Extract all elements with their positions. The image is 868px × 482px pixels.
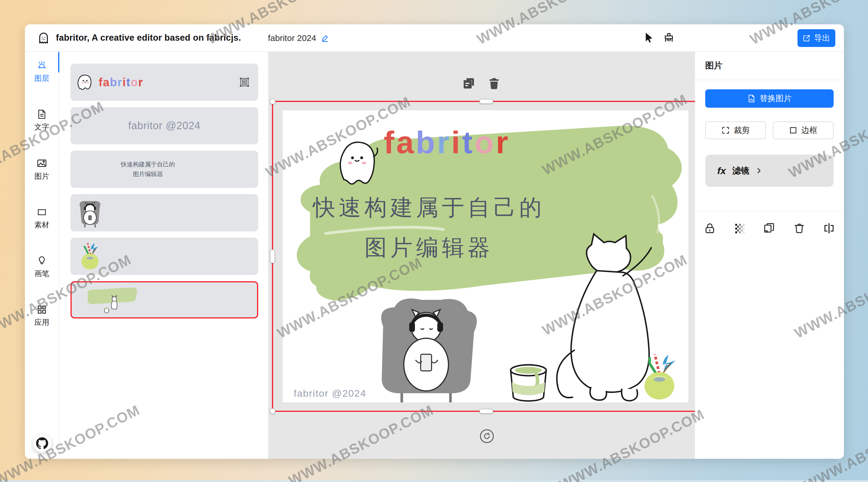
layer-item-smear-cat-selected[interactable]	[70, 281, 258, 318]
rotate-handle[interactable]	[480, 429, 494, 443]
document-name-text: fabritor 2024	[268, 33, 316, 43]
picture-icon	[36, 158, 47, 169]
selection-handle-mid-left[interactable]	[270, 250, 275, 263]
chevron-right-icon	[756, 167, 762, 174]
border-label: 边框	[802, 125, 817, 136]
layer-logo-content: fabritor	[70, 73, 143, 92]
layer-text-line1: 快速构建属于自己的	[88, 160, 208, 169]
sidebar-item-label: 文字	[34, 122, 49, 132]
layer-order-icon[interactable]	[238, 76, 251, 89]
edit-doc-name-icon[interactable]	[321, 34, 329, 42]
layer-text-block: 快速构建属于自己的 图片编辑器	[70, 160, 258, 179]
border-square-icon	[789, 126, 797, 134]
opacity-icon[interactable]	[733, 222, 746, 234]
export-icon	[803, 34, 810, 42]
shape-icon	[37, 207, 47, 217]
layers-icon	[37, 60, 47, 71]
cat-armchair-thumbnail	[70, 198, 105, 228]
sidebar-item-label: 画笔	[34, 269, 49, 279]
sidebar-item-material[interactable]: 素材	[34, 207, 49, 230]
green-smear-cat-thumbnail	[72, 285, 140, 315]
layer-item-coconut[interactable]	[70, 238, 258, 275]
sidebar-item-label: 素材	[34, 220, 49, 230]
layer-item-logo[interactable]: fabritor	[70, 64, 258, 101]
copy-icon[interactable]	[763, 222, 776, 234]
bottom-edge-strip	[0, 480, 868, 482]
text-file-icon	[37, 109, 47, 120]
apps-icon	[37, 304, 47, 315]
filter-label: 滤镜	[732, 165, 749, 177]
export-button[interactable]: 导出	[798, 29, 835, 47]
panel-divider	[695, 79, 844, 80]
layer-text-line2: 图片编辑器	[88, 169, 208, 179]
replace-image-button[interactable]: 替换图片	[705, 89, 834, 108]
layer-brand-word: fabritor	[99, 76, 143, 89]
fx-icon: fx	[717, 165, 726, 176]
object-actions-row	[695, 211, 844, 234]
lock-icon[interactable]	[704, 222, 716, 234]
layer-item-credit-text[interactable]: fabritor @2024	[70, 107, 258, 144]
selection-handle-mid-top[interactable]	[479, 99, 493, 104]
image-tools-row: 裁剪 边框	[705, 122, 834, 139]
selection-handle-top-left[interactable]	[270, 99, 275, 104]
sidebar-item-layers[interactable]: 图层	[34, 60, 49, 83]
app-header: fabritor, A creative editor based on fab…	[25, 24, 844, 52]
brush-icon	[37, 256, 47, 266]
document-name: fabritor 2024	[268, 24, 329, 52]
layer-item-slogan-text[interactable]: 快速构建属于自己的 图片编辑器	[70, 151, 258, 188]
fabritor-app-window: fabritor, A creative editor based on fab…	[25, 24, 844, 459]
sidebar-item-apps[interactable]: 应用	[34, 304, 49, 327]
ghost-logo-icon	[37, 31, 50, 44]
selection-box	[272, 101, 695, 412]
desktop-background: { "header": { "title": "fabritor, A crea…	[0, 0, 868, 482]
sidebar-item-label: 应用	[34, 317, 49, 327]
replace-image-label: 替换图片	[760, 93, 792, 104]
app-title: fabritor, A creative editor based on fab…	[56, 33, 241, 43]
sidebar-item-brush[interactable]: 画笔	[34, 256, 49, 279]
sidebar-item-label: 图片	[34, 171, 49, 181]
file-image-icon	[747, 95, 755, 102]
delete-object-icon[interactable]	[487, 76, 501, 90]
github-button[interactable]	[33, 434, 51, 452]
properties-panel: 图片 替换图片	[695, 52, 844, 459]
sidebar: 图层 文字	[25, 52, 59, 459]
rotate-icon	[483, 432, 491, 440]
app-body: 图层 文字	[25, 52, 844, 459]
layer-text: fabritor @2024	[70, 120, 258, 132]
sidebar-item-text[interactable]: 文字	[34, 109, 49, 132]
ghost-sticker	[76, 73, 94, 92]
crop-corners-icon	[721, 126, 730, 134]
coconut-thumbnail	[70, 242, 101, 271]
object-toolbar	[462, 76, 501, 90]
duplicate-object-icon[interactable]	[462, 76, 476, 90]
app-brand: fabritor, A creative editor based on fab…	[37, 31, 241, 44]
selection-handle-bottom-left[interactable]	[270, 408, 275, 414]
layer-item-cat-armchair[interactable]	[70, 194, 258, 231]
sidebar-active-indicator	[58, 52, 59, 72]
filter-section[interactable]: fx 滤镜	[705, 155, 834, 187]
github-icon	[36, 437, 48, 449]
layers-panel: fabritor fabritor @2024	[59, 52, 269, 459]
flip-icon[interactable]	[823, 222, 835, 234]
selection-handle-mid-bottom[interactable]	[479, 409, 493, 414]
canvas-workspace[interactable]: fabritor 快速构建属于自己的 图片编辑器 fabritor @2024	[269, 52, 695, 459]
crop-label: 裁剪	[734, 125, 750, 136]
panel-title: 图片	[705, 60, 844, 72]
clear-canvas-broom-icon[interactable]	[663, 32, 675, 44]
border-button[interactable]: 边框	[773, 122, 834, 139]
crop-button[interactable]: 裁剪	[705, 122, 766, 139]
delete-icon[interactable]	[793, 222, 806, 234]
header-tools	[644, 24, 675, 52]
sidebar-item-label: 图层	[34, 73, 49, 83]
sidebar-item-image[interactable]: 图片	[34, 158, 49, 181]
select-mode-cursor-icon[interactable]	[644, 32, 654, 44]
export-label: 导出	[814, 33, 830, 43]
